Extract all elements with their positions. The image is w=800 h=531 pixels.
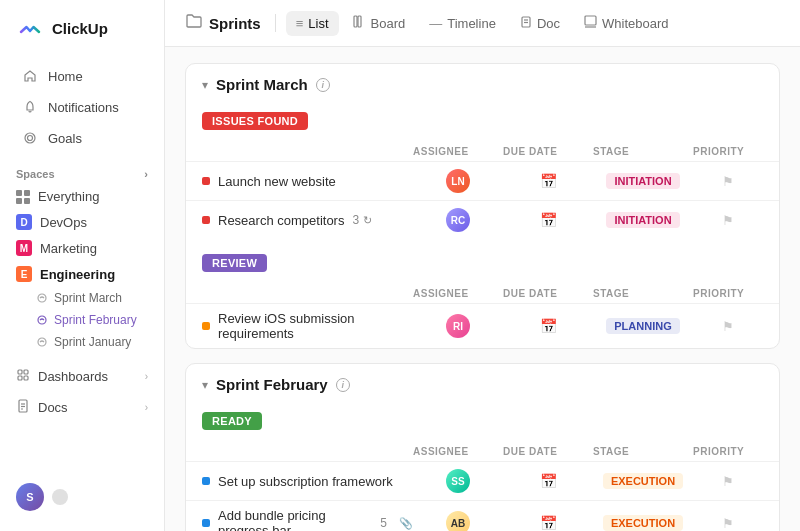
flag-icon: ⚑ bbox=[722, 516, 734, 531]
breadcrumb-folder: Sprints bbox=[185, 12, 261, 34]
task-label: Research competitors bbox=[218, 213, 344, 228]
assignee-cell: RC bbox=[413, 208, 503, 232]
sprint-february-icon bbox=[36, 314, 48, 326]
user-avatar[interactable]: S bbox=[16, 483, 44, 511]
logo[interactable]: ClickUp bbox=[0, 0, 164, 56]
tab-doc[interactable]: Doc bbox=[510, 11, 570, 36]
sidebar-sprint-february[interactable]: Sprint February bbox=[0, 309, 164, 331]
task-label: Set up subscription framework bbox=[218, 474, 393, 489]
sidebar-footer: S bbox=[0, 473, 164, 521]
sidebar-item-dashboards[interactable]: Dashboards › bbox=[0, 361, 164, 392]
sprint-march-info-icon: i bbox=[316, 78, 330, 92]
sidebar-item-notifications[interactable]: Notifications bbox=[6, 92, 158, 122]
task-label: Add bundle pricing progress bar bbox=[218, 508, 372, 531]
task-name-header bbox=[202, 146, 413, 157]
sprint-march-group: ▾ Sprint March i ISSUES FOUND ASSIGNEE D… bbox=[185, 63, 780, 349]
sidebar-item-goals-label: Goals bbox=[48, 131, 82, 146]
sprint-february-expand-icon: ▾ bbox=[202, 378, 208, 392]
stage-header: STAGE bbox=[593, 446, 693, 457]
sidebar-sprint-january[interactable]: Sprint January bbox=[0, 331, 164, 353]
priority-cell: ⚑ bbox=[693, 516, 763, 531]
calendar-icon: 📅 bbox=[540, 212, 557, 228]
sidebar-item-home-label: Home bbox=[48, 69, 83, 84]
spaces-chevron-icon: › bbox=[144, 168, 148, 180]
sidebar-item-marketing[interactable]: M Marketing bbox=[0, 235, 164, 261]
ready-group: READY bbox=[186, 405, 779, 442]
dashboards-chevron-icon: › bbox=[145, 371, 148, 382]
due-date-cell: 📅 bbox=[503, 173, 593, 189]
assignee-cell: LN bbox=[413, 169, 503, 193]
assignee-header: ASSIGNEE bbox=[413, 146, 503, 157]
stage-cell: EXECUTION bbox=[593, 515, 693, 531]
sidebar-navigation: Home Notifications Goals bbox=[0, 56, 164, 158]
assignee-cell: RI bbox=[413, 314, 503, 338]
svg-rect-0 bbox=[16, 14, 44, 42]
task-row: Launch new website LN 📅 INITIATION ⚑ bbox=[186, 161, 779, 200]
svg-rect-9 bbox=[24, 376, 28, 380]
calendar-icon: 📅 bbox=[540, 173, 557, 189]
stage-badge: INITIATION bbox=[606, 212, 679, 228]
sprint-february-info-icon: i bbox=[336, 378, 350, 392]
svg-rect-8 bbox=[18, 376, 22, 380]
sprint-february-header[interactable]: ▾ Sprint February i bbox=[186, 364, 779, 405]
sidebar-item-goals[interactable]: Goals bbox=[6, 123, 158, 153]
tab-board[interactable]: Board bbox=[343, 10, 416, 36]
sidebar-item-notifications-label: Notifications bbox=[48, 100, 119, 115]
bell-icon bbox=[22, 99, 38, 115]
svg-rect-14 bbox=[354, 16, 357, 27]
tab-list-label: List bbox=[308, 16, 328, 31]
docs-chevron-icon: › bbox=[145, 402, 148, 413]
svg-point-4 bbox=[38, 316, 46, 324]
content-area: ▾ Sprint March i ISSUES FOUND ASSIGNEE D… bbox=[165, 47, 800, 531]
priority-cell: ⚑ bbox=[693, 174, 763, 189]
sprint-march-icon bbox=[36, 292, 48, 304]
assignee-avatar: LN bbox=[446, 169, 470, 193]
sidebar-item-engineering[interactable]: E Engineering bbox=[0, 261, 164, 287]
main-content: Sprints ≡ List Board — Timeline Doc bbox=[165, 0, 800, 531]
sidebar-item-home[interactable]: Home bbox=[6, 61, 158, 91]
dashboards-icon bbox=[16, 368, 30, 385]
task-dot-blue bbox=[202, 477, 210, 485]
due-date-cell: 📅 bbox=[503, 515, 593, 531]
task-row: Research competitors 3 ↻ RC 📅 INITIATION bbox=[186, 200, 779, 239]
sidebar-item-docs[interactable]: Docs › bbox=[0, 392, 164, 423]
assignee-avatar: RC bbox=[446, 208, 470, 232]
board-tab-icon bbox=[353, 15, 366, 31]
tab-board-label: Board bbox=[371, 16, 406, 31]
due-date-header: DUE DATE bbox=[503, 146, 593, 157]
tab-whiteboard[interactable]: Whiteboard bbox=[574, 10, 678, 36]
review-table-header: ASSIGNEE DUE DATE STAGE PRIORITY bbox=[186, 284, 779, 303]
sidebar-item-everything[interactable]: Everything bbox=[0, 184, 164, 209]
stage-badge: PLANNING bbox=[606, 318, 679, 334]
attachment-icon: 📎 bbox=[399, 517, 413, 530]
refresh-icon: ↻ bbox=[363, 214, 372, 227]
whiteboard-tab-icon bbox=[584, 15, 597, 31]
stage-badge: EXECUTION bbox=[603, 515, 683, 531]
task-name-cell: Add bundle pricing progress bar 5 📎 bbox=[202, 508, 413, 531]
goals-icon bbox=[22, 130, 38, 146]
tab-list[interactable]: ≡ List bbox=[286, 11, 339, 36]
svg-rect-19 bbox=[585, 16, 596, 25]
task-name-header bbox=[202, 288, 413, 299]
task-name-cell: Research competitors 3 ↻ bbox=[202, 213, 413, 228]
sidebar-docs-label: Docs bbox=[38, 400, 68, 415]
assignee-header: ASSIGNEE bbox=[413, 446, 503, 457]
calendar-icon: 📅 bbox=[540, 515, 557, 531]
stage-cell: INITIATION bbox=[593, 212, 693, 228]
everything-icon bbox=[16, 190, 30, 204]
tab-timeline[interactable]: — Timeline bbox=[419, 11, 506, 36]
sprint-february-group: ▾ Sprint February i READY ASSIGNEE DUE D… bbox=[185, 363, 780, 531]
tab-divider bbox=[275, 14, 276, 32]
svg-point-5 bbox=[38, 338, 46, 346]
sidebar-sprint-march[interactable]: Sprint March bbox=[0, 287, 164, 309]
top-bar: Sprints ≡ List Board — Timeline Doc bbox=[165, 0, 800, 47]
devops-icon: D bbox=[16, 214, 32, 230]
issues-found-badge: ISSUES FOUND bbox=[202, 112, 308, 130]
priority-cell: ⚑ bbox=[693, 474, 763, 489]
task-dot-blue bbox=[202, 519, 210, 527]
sprint-march-header[interactable]: ▾ Sprint March i bbox=[186, 64, 779, 105]
sidebar-item-devops[interactable]: D DevOps bbox=[0, 209, 164, 235]
sidebar-sprint-march-label: Sprint March bbox=[54, 291, 122, 305]
due-date-cell: 📅 bbox=[503, 318, 593, 334]
ready-table-header: ASSIGNEE DUE DATE STAGE PRIORITY bbox=[186, 442, 779, 461]
